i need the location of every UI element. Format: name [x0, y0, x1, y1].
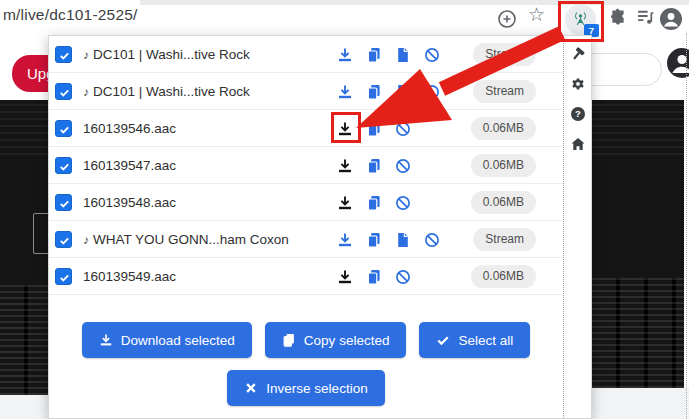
download-icon[interactable]: [337, 121, 353, 137]
zoom-page-icon[interactable]: [496, 8, 518, 30]
x-icon: [244, 381, 258, 395]
extension-popup: ♪DC101 | Washi...tive Rock Stream ♪DC101…: [48, 35, 592, 419]
size-badge: 0.06MB: [471, 191, 536, 214]
block-icon[interactable]: [424, 232, 440, 248]
size-badge: 0.06MB: [471, 265, 536, 288]
extensions-puzzle-icon[interactable]: [609, 8, 627, 26]
row-title: 160139547.aac: [83, 147, 176, 184]
copy-icon[interactable]: [366, 84, 382, 100]
row-title: 160139549.aac: [83, 258, 176, 295]
media-row: 160139549.aac 0.06MB: [49, 258, 563, 295]
row-checkbox[interactable]: [55, 157, 72, 174]
copy-icon: [282, 333, 296, 347]
media-row: ♪WHAT YOU GONN...ham Coxon Stream: [49, 221, 563, 258]
media-row: ♪DC101 | Washi...tive Rock Stream: [49, 73, 563, 110]
row-checkbox[interactable]: [55, 231, 72, 248]
copy-icon[interactable]: [366, 158, 382, 174]
page-footer-left: [0, 395, 48, 419]
tabstrip-edge: [140, 0, 689, 5]
stream-badge: Stream: [473, 228, 536, 251]
block-icon[interactable]: [395, 195, 411, 211]
row-checkbox[interactable]: [55, 120, 72, 137]
row-title: ♪DC101 | Washi...tive Rock: [83, 36, 250, 73]
file-icon[interactable]: [395, 47, 411, 63]
row-checkbox[interactable]: [55, 46, 72, 63]
check-icon: [436, 333, 450, 347]
music-note-icon: ♪: [83, 48, 89, 62]
file-icon[interactable]: [395, 232, 411, 248]
copy-icon[interactable]: [366, 195, 382, 211]
download-icon[interactable]: [337, 84, 353, 100]
block-icon[interactable]: [424, 84, 440, 100]
svg-text:?: ?: [575, 108, 581, 119]
row-title: ♪DC101 | Washi...tive Rock: [83, 73, 250, 110]
row-checkbox[interactable]: [55, 83, 72, 100]
download-icon[interactable]: [337, 269, 353, 285]
row-checkbox[interactable]: [55, 194, 72, 211]
popup-actions: Download selected Copy selected Select a…: [49, 295, 563, 406]
row-title: 160139546.aac: [83, 110, 176, 147]
media-row: ♪DC101 | Washi...tive Rock Stream: [49, 36, 563, 73]
browser-toolbar: m/live/dc101-2525/ ☆ 7: [0, 0, 689, 31]
download-icon[interactable]: [337, 158, 353, 174]
media-queue-icon[interactable]: [636, 8, 655, 26]
help-icon[interactable]: ?: [570, 106, 586, 122]
block-icon[interactable]: [395, 269, 411, 285]
stream-badge: Stream: [473, 80, 536, 103]
tools-hammer-icon[interactable]: [570, 46, 586, 62]
download-icon[interactable]: [337, 47, 353, 63]
download-icon[interactable]: [337, 195, 353, 211]
media-row: 160139546.aac 0.06MB: [49, 110, 563, 147]
copy-selected-button[interactable]: Copy selected: [265, 322, 407, 358]
size-badge: 0.06MB: [471, 154, 536, 177]
extension-button[interactable]: 7: [565, 4, 596, 35]
media-row: 160139548.aac 0.06MB: [49, 184, 563, 221]
file-icon[interactable]: [395, 84, 411, 100]
download-icon[interactable]: [337, 232, 353, 248]
size-badge: 0.06MB: [471, 117, 536, 140]
copy-icon[interactable]: [366, 232, 382, 248]
settings-gear-icon[interactable]: [570, 76, 586, 92]
stream-badge: Stream: [473, 43, 536, 66]
copy-icon[interactable]: [366, 47, 382, 63]
copy-icon[interactable]: [366, 121, 382, 137]
home-icon[interactable]: [570, 136, 586, 152]
media-row: 160139547.aac 0.06MB: [49, 147, 563, 184]
row-title: ♪WHAT YOU GONN...ham Coxon: [83, 221, 289, 258]
block-icon[interactable]: [395, 121, 411, 137]
bookmark-star-icon[interactable]: ☆: [528, 3, 545, 27]
row-title: 160139548.aac: [83, 184, 176, 221]
window-edge: [686, 33, 687, 419]
profile-avatar-icon[interactable]: [659, 7, 683, 31]
media-list: ♪DC101 | Washi...tive Rock Stream ♪DC101…: [49, 36, 563, 418]
page-media-panel-right: [592, 100, 684, 388]
music-note-icon: ♪: [83, 233, 89, 247]
row-checkbox[interactable]: [55, 268, 72, 285]
copy-icon[interactable]: [366, 269, 382, 285]
popup-sidebar: ?: [563, 36, 591, 418]
block-icon[interactable]: [424, 47, 440, 63]
address-bar-url[interactable]: m/live/dc101-2525/: [3, 6, 138, 24]
inverse-selection-button[interactable]: Inverse selection: [227, 370, 384, 406]
block-icon[interactable]: [395, 158, 411, 174]
download-selected-button[interactable]: Download selected: [82, 322, 252, 358]
download-icon: [99, 333, 113, 347]
select-all-button[interactable]: Select all: [419, 322, 530, 358]
music-note-icon: ♪: [83, 85, 89, 99]
page-footer-right: [592, 388, 689, 419]
